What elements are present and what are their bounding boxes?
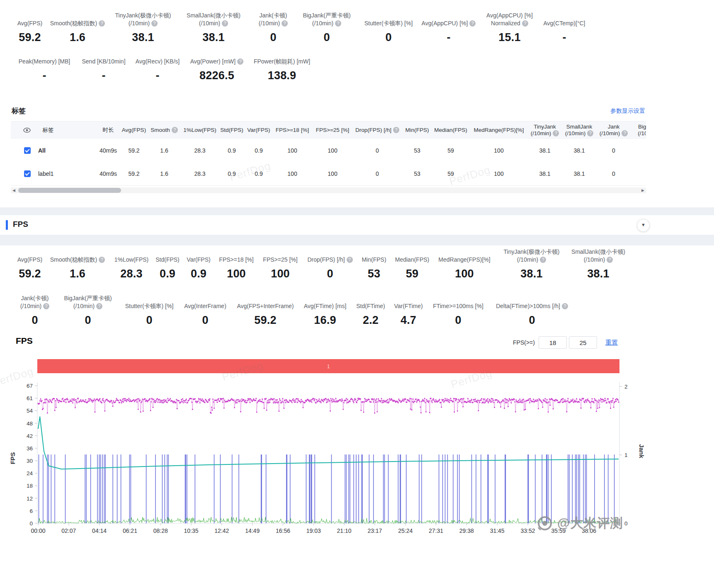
x-tick-label: 21:10	[337, 527, 352, 534]
y-left-axis-title: FPS	[9, 452, 16, 464]
credit-logo-icon	[536, 514, 554, 532]
perfdog-report: Avg(FPS)59.2Smooth(稳帧指数)?1.6TinyJank(极微小…	[0, 0, 714, 588]
y-left-tick-label: 30	[27, 458, 33, 464]
y-left-tick-label: 12	[27, 496, 33, 502]
y-left-tick-label: 54	[27, 408, 33, 414]
y-right-tick-label: 0	[624, 520, 628, 527]
banner-marker: 1	[327, 364, 330, 369]
x-tick-label: 31:45	[490, 527, 505, 534]
fps-jank-chart: 1061218243036424854616701200:0002:0704:1…	[0, 0, 714, 556]
x-tick-label: 12:42	[214, 527, 229, 534]
x-tick-label: 00:00	[31, 527, 45, 534]
y-left-tick-label: 36	[27, 445, 33, 452]
x-tick-label: 33:52	[520, 527, 535, 534]
running-average-series	[38, 416, 619, 469]
x-tick-label: 08:28	[153, 527, 168, 534]
y-left-tick-label: 42	[27, 433, 33, 439]
jank-events-series	[39, 454, 614, 523]
credit-watermark: @大米评测	[536, 514, 623, 532]
frame-noise-series	[38, 517, 619, 523]
x-tick-label: 16:56	[276, 527, 290, 534]
y-left-tick-label: 6	[29, 508, 33, 514]
x-tick-label: 02:07	[61, 527, 76, 534]
y-right-axis-title: Jank	[638, 444, 645, 459]
credit-handle: @大米评测	[557, 515, 623, 532]
y-right-tick-label: 2	[624, 384, 628, 390]
fps-series	[37, 398, 619, 414]
x-tick-label: 25:24	[398, 527, 413, 534]
x-tick-label: 10:35	[184, 527, 199, 534]
y-left-tick-label: 0	[29, 520, 33, 527]
y-left-tick-label: 61	[27, 395, 33, 401]
y-left-tick-label: 67	[27, 383, 33, 389]
y-right-tick-label: 1	[624, 452, 628, 458]
x-tick-label: 19:03	[306, 527, 321, 534]
y-left-tick-label: 48	[27, 420, 33, 427]
x-tick-label: 06:21	[123, 527, 137, 534]
y-left-tick-label: 24	[27, 470, 33, 476]
alert-banner: 1	[37, 359, 619, 373]
x-tick-label: 23:17	[367, 527, 382, 534]
x-tick-label: 27:31	[429, 527, 443, 534]
x-tick-label: 04:14	[92, 527, 107, 534]
x-tick-label: 14:49	[245, 527, 260, 534]
x-tick-label: 29:38	[459, 527, 474, 534]
y-left-tick-label: 18	[27, 483, 33, 489]
